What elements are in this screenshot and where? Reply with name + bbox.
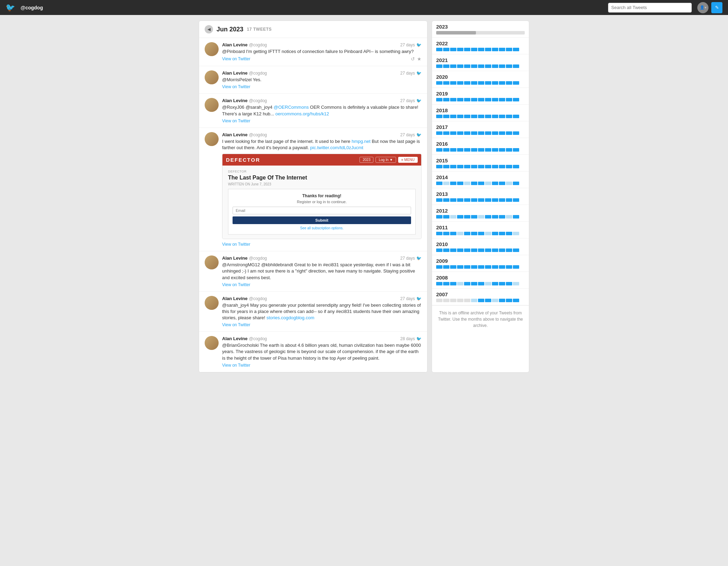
month-block[interactable] <box>450 282 456 285</box>
month-block[interactable] <box>492 148 498 152</box>
month-block[interactable] <box>492 165 498 168</box>
login-button[interactable]: Log In ▼ <box>376 157 396 163</box>
month-block[interactable] <box>499 64 505 68</box>
month-block[interactable] <box>471 215 477 219</box>
month-block[interactable] <box>485 148 491 152</box>
month-block[interactable] <box>478 48 484 51</box>
month-block[interactable] <box>513 98 519 101</box>
month-block[interactable] <box>513 64 519 68</box>
month-block[interactable] <box>436 165 442 168</box>
month-block[interactable] <box>471 165 477 168</box>
back-button[interactable]: ◀ <box>205 25 213 33</box>
month-block[interactable] <box>464 148 470 152</box>
month-block[interactable] <box>506 215 512 219</box>
month-block[interactable] <box>506 115 512 118</box>
month-block[interactable] <box>443 148 449 152</box>
month-block[interactable] <box>478 115 484 118</box>
month-block[interactable] <box>513 148 519 152</box>
month-block[interactable] <box>485 182 491 185</box>
month-block[interactable] <box>450 98 456 101</box>
month-block[interactable] <box>471 115 477 118</box>
month-block[interactable] <box>471 198 477 202</box>
month-block[interactable] <box>513 48 519 51</box>
month-block[interactable] <box>443 81 449 85</box>
month-block[interactable] <box>492 248 498 252</box>
month-block[interactable] <box>457 98 463 101</box>
month-block[interactable] <box>471 48 477 51</box>
month-block[interactable] <box>492 265 498 269</box>
month-block[interactable] <box>506 64 512 68</box>
month-block[interactable] <box>478 299 484 302</box>
month-block[interactable] <box>443 248 449 252</box>
month-block[interactable] <box>443 265 449 269</box>
subscribe-button[interactable]: 2023 <box>359 157 373 163</box>
month-block[interactable] <box>471 98 477 101</box>
month-block[interactable] <box>499 282 505 285</box>
month-block[interactable] <box>471 131 477 135</box>
month-block[interactable] <box>443 198 449 202</box>
month-block[interactable] <box>457 131 463 135</box>
month-block[interactable] <box>457 232 463 235</box>
month-block[interactable] <box>464 115 470 118</box>
month-block[interactable] <box>492 131 498 135</box>
submit-button[interactable]: Submit <box>233 216 411 224</box>
month-block[interactable] <box>436 198 442 202</box>
month-block[interactable] <box>436 248 442 252</box>
month-block[interactable] <box>478 215 484 219</box>
month-block[interactable] <box>499 198 505 202</box>
month-block[interactable] <box>492 64 498 68</box>
month-block[interactable] <box>492 215 498 219</box>
month-block[interactable] <box>464 182 470 185</box>
favorite-icon[interactable]: ★ <box>417 56 422 62</box>
view-on-twitter-link[interactable]: View on Twitter <box>222 84 250 89</box>
all-options-link[interactable]: See all subscription options. <box>233 226 411 230</box>
month-block[interactable] <box>506 165 512 168</box>
month-block[interactable] <box>436 232 442 235</box>
month-block[interactable] <box>436 115 442 118</box>
month-block[interactable] <box>492 182 498 185</box>
view-on-twitter-link[interactable]: View on Twitter <box>222 56 250 61</box>
month-block[interactable] <box>499 248 505 252</box>
month-block[interactable] <box>485 198 491 202</box>
month-block[interactable] <box>464 215 470 219</box>
search-input[interactable] <box>608 3 692 13</box>
month-block[interactable] <box>506 81 512 85</box>
month-block[interactable] <box>499 215 505 219</box>
month-block[interactable] <box>457 165 463 168</box>
month-block[interactable] <box>506 182 512 185</box>
month-block[interactable] <box>450 48 456 51</box>
month-block[interactable] <box>499 81 505 85</box>
month-block[interactable] <box>478 182 484 185</box>
month-block[interactable] <box>457 48 463 51</box>
month-block[interactable] <box>513 232 519 235</box>
month-block[interactable] <box>450 198 456 202</box>
month-block[interactable] <box>513 282 519 285</box>
month-block[interactable] <box>443 48 449 51</box>
month-block[interactable] <box>450 81 456 85</box>
month-block[interactable] <box>492 115 498 118</box>
month-block[interactable] <box>499 182 505 185</box>
email-input[interactable] <box>233 207 411 214</box>
month-block[interactable] <box>499 265 505 269</box>
month-block[interactable] <box>471 182 477 185</box>
month-block[interactable] <box>443 115 449 118</box>
month-block[interactable] <box>471 265 477 269</box>
month-block[interactable] <box>506 248 512 252</box>
month-block[interactable] <box>478 265 484 269</box>
month-block[interactable] <box>457 265 463 269</box>
month-block[interactable] <box>499 299 505 302</box>
month-block[interactable] <box>464 232 470 235</box>
month-block[interactable] <box>485 98 491 101</box>
month-block[interactable] <box>513 215 519 219</box>
month-block[interactable] <box>436 64 442 68</box>
month-block[interactable] <box>485 81 491 85</box>
month-block[interactable] <box>513 81 519 85</box>
month-block[interactable] <box>443 131 449 135</box>
month-block[interactable] <box>485 115 491 118</box>
month-block[interactable] <box>506 148 512 152</box>
month-block[interactable] <box>450 115 456 118</box>
month-block[interactable] <box>457 148 463 152</box>
month-block[interactable] <box>506 265 512 269</box>
month-block[interactable] <box>443 64 449 68</box>
month-block[interactable] <box>471 232 477 235</box>
